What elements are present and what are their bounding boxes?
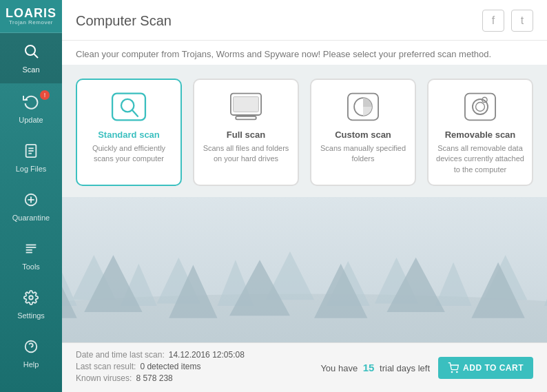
last-result-row: Last scan result: 0 detected items <box>76 362 245 371</box>
last-result-value: 0 detected items <box>140 362 200 371</box>
standard-scan-desc: Quickly and efficiently scans your compu… <box>84 143 174 165</box>
cart-icon <box>448 362 459 373</box>
trial-days: 15 <box>363 362 375 373</box>
sidebar: LOARIS Trojan Remover Scan ! Update <box>0 0 62 392</box>
svg-point-59 <box>457 371 457 372</box>
scan-options: Standard scan Quickly and efficiently sc… <box>62 65 547 197</box>
svg-rect-20 <box>236 116 256 120</box>
removable-scan-desc: Scans all removable data devices current… <box>435 143 525 175</box>
trial-section: You have 15 trial days left ADD TO CART <box>320 357 533 379</box>
custom-scan-title: Custom scan <box>335 130 391 140</box>
known-viruses-row: Known viruses: 8 578 238 <box>76 373 245 383</box>
social-icons: f t <box>482 10 533 32</box>
page-title: Computer Scan <box>76 13 172 29</box>
svg-point-0 <box>25 45 35 55</box>
removable-scan-title: Removable scan <box>445 130 516 140</box>
svg-line-18 <box>132 110 138 116</box>
removable-scan-icon <box>460 90 501 124</box>
sidebar-item-quarantine-label: Quarantine <box>12 214 50 222</box>
footer: Date and time last scan: 14.12.2016 12:0… <box>62 342 547 392</box>
standard-scan-icon <box>108 90 149 124</box>
svg-rect-26 <box>465 94 495 121</box>
svg-rect-16 <box>112 94 145 121</box>
main-content: Computer Scan f t Clean your computer fr… <box>62 0 547 392</box>
last-scan-label: Date and time last scan: <box>76 350 165 360</box>
trial-text-after: trial days left <box>380 363 430 373</box>
logo-main: LOARIS <box>6 7 56 19</box>
trial-text: You have 15 trial days left <box>320 362 430 373</box>
sidebar-item-help-label: Help <box>23 360 39 369</box>
sidebar-item-scan[interactable]: Scan <box>0 33 62 83</box>
svg-point-13 <box>29 296 33 300</box>
svg-point-58 <box>451 371 452 372</box>
standard-scan-title: Standard scan <box>98 130 160 140</box>
trial-text-before: You have <box>320 363 358 373</box>
scan-icon <box>23 43 39 63</box>
sidebar-item-update-label: Update <box>19 116 43 124</box>
help-icon <box>23 339 39 358</box>
settings-icon <box>23 290 39 309</box>
subtitle: Clean your computer from Trojans, Worms … <box>62 41 547 65</box>
svg-point-28 <box>476 103 485 112</box>
full-scan-card[interactable]: Full scan Scans all files and folders on… <box>193 79 299 186</box>
quarantine-icon <box>23 192 39 212</box>
landscape-image <box>62 197 547 342</box>
logo-sub: Trojan Remover <box>9 19 53 25</box>
known-viruses-label: Known viruses: <box>76 373 132 383</box>
known-viruses-value: 8 578 238 <box>136 373 172 383</box>
last-result-label: Last scan result: <box>76 362 136 371</box>
custom-scan-desc: Scans manually specified folders <box>318 143 408 165</box>
sidebar-item-help[interactable]: Help <box>0 329 62 378</box>
twitter-button[interactable]: t <box>511 10 533 32</box>
svg-point-27 <box>473 99 488 114</box>
standard-scan-card[interactable]: Standard scan Quickly and efficiently sc… <box>76 79 182 186</box>
sidebar-item-update[interactable]: ! Update <box>0 83 62 134</box>
sidebar-item-log-files[interactable]: Log Files <box>0 134 62 183</box>
last-scan-value: 14.12.2016 12:05:08 <box>169 350 245 360</box>
add-to-cart-label: ADD TO CART <box>463 363 524 373</box>
logo: LOARIS Trojan Remover <box>0 0 62 33</box>
custom-scan-icon <box>342 90 384 124</box>
facebook-button[interactable]: f <box>482 10 504 32</box>
sidebar-item-settings-label: Settings <box>17 311 45 320</box>
last-scan-row: Date and time last scan: 14.12.2016 12:0… <box>76 350 245 360</box>
sidebar-item-quarantine[interactable]: Quarantine <box>0 183 62 231</box>
sidebar-item-tools[interactable]: Tools <box>0 231 62 280</box>
custom-scan-card[interactable]: Custom scan Scans manually specified fol… <box>310 79 416 186</box>
full-scan-icon <box>225 90 267 124</box>
update-icon <box>23 93 39 114</box>
full-scan-title: Full scan <box>227 130 265 140</box>
header: Computer Scan f t <box>62 0 547 41</box>
full-scan-desc: Scans all files and folders on your hard… <box>201 143 291 165</box>
footer-info: Date and time last scan: 14.12.2016 12:0… <box>76 350 245 385</box>
svg-line-1 <box>34 54 39 59</box>
add-to-cart-button[interactable]: ADD TO CART <box>438 357 533 379</box>
log-files-icon <box>23 143 39 163</box>
tools-icon <box>23 241 39 260</box>
sidebar-item-scan-label: Scan <box>22 65 39 74</box>
update-badge: ! <box>40 90 50 100</box>
sidebar-item-tools-label: Tools <box>22 262 40 271</box>
sidebar-item-settings[interactable]: Settings <box>0 280 62 329</box>
svg-rect-22 <box>234 96 259 112</box>
removable-scan-card[interactable]: Removable scan Scans all removable data … <box>427 79 533 186</box>
sidebar-item-log-files-label: Log Files <box>16 165 47 173</box>
